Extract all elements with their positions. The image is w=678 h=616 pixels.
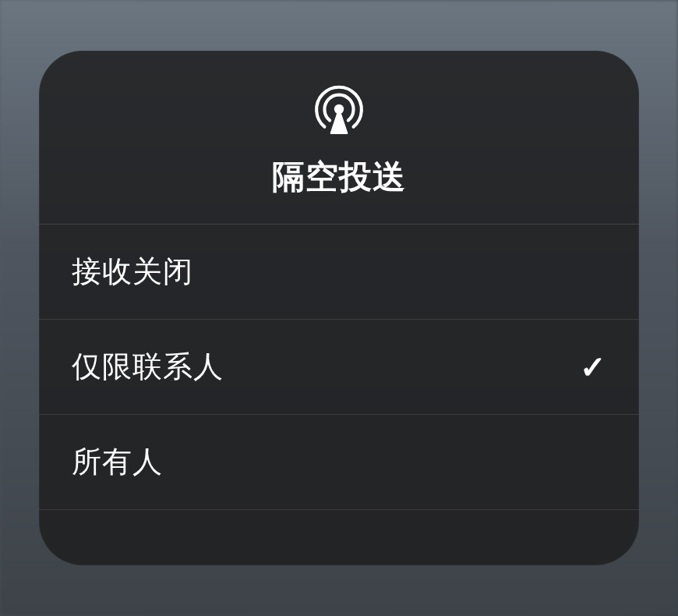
option-receiving-off[interactable]: 接收关闭 ✓ xyxy=(39,225,639,320)
checkmark-icon: ✓ xyxy=(580,349,606,385)
option-label: 接收关闭 xyxy=(72,252,193,292)
airdrop-icon xyxy=(312,82,366,136)
options-list: 接收关闭 ✓ 仅限联系人 ✓ 所有人 ✓ xyxy=(39,225,639,565)
option-label: 仅限联系人 xyxy=(72,347,224,387)
airdrop-panel: 隔空投送 接收关闭 ✓ 仅限联系人 ✓ 所有人 ✓ xyxy=(39,51,639,565)
option-label: 所有人 xyxy=(72,442,163,482)
option-everyone[interactable]: 所有人 ✓ xyxy=(39,415,639,510)
panel-title: 隔空投送 xyxy=(272,155,406,199)
panel-header: 隔空投送 xyxy=(39,51,639,225)
option-contacts-only[interactable]: 仅限联系人 ✓ xyxy=(39,320,639,415)
